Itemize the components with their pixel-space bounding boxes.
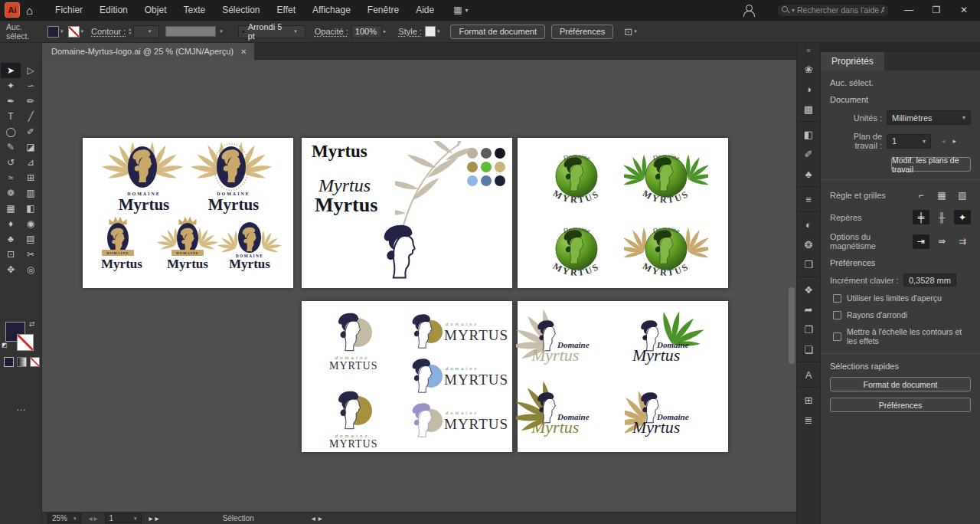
symbol-sprayer-tool[interactable]: ❁ (1, 185, 21, 201)
artboard-1[interactable]: DOMAINE Myrtus DOMAINE Myrtus DOMAINE DO… (83, 138, 293, 288)
artboards-panel-icon[interactable]: ❏ (799, 340, 818, 359)
palette-swatch[interactable] (467, 162, 478, 172)
transparency-panel-icon[interactable]: ◐ (799, 215, 818, 234)
gradient-mode-button[interactable] (17, 357, 27, 367)
symbols-panel-icon[interactable]: ♣ (799, 165, 818, 183)
palette-swatch[interactable] (495, 175, 505, 186)
type-tool[interactable]: T (1, 109, 21, 124)
menu-edition[interactable]: Edition (91, 0, 136, 21)
edit-toolbar-button[interactable]: … (0, 401, 42, 413)
preview-bounds-option[interactable]: Utiliser les limites d'aperçu (833, 293, 971, 303)
preferences-button[interactable]: Préférences (551, 25, 613, 39)
character-panel-icon[interactable]: A (799, 365, 818, 384)
style-swatch[interactable] (425, 26, 436, 37)
next-artboard-icon[interactable]: ▸▸ (149, 514, 162, 522)
stepper-down-icon[interactable]: ▾ (129, 31, 131, 35)
menu-aide[interactable]: Aide (407, 0, 443, 21)
app-icon[interactable]: Ai (5, 2, 20, 18)
corner-radius-option[interactable]: Rayons d'arrondi (833, 310, 971, 319)
checkbox-icon[interactable] (833, 311, 841, 319)
menu-selection[interactable]: Sélection (214, 0, 268, 21)
menu-fenetre[interactable]: Fenêtre (359, 0, 407, 21)
hand-tool[interactable]: ✥ (1, 262, 21, 277)
brushes-panel-icon[interactable]: ✐ (799, 145, 818, 163)
stroke-weight-select[interactable]: ▾ (133, 25, 159, 38)
menu-texte[interactable]: Texte (175, 0, 214, 21)
width-profile-select[interactable] (165, 26, 216, 37)
chevron-down-icon[interactable]: ▾ (81, 28, 84, 34)
account-icon[interactable] (743, 4, 755, 16)
artboard-select[interactable]: 1 ▾ (887, 134, 931, 149)
next-artboard-icon[interactable]: ▸ (953, 137, 965, 145)
appearance-panel-icon[interactable]: ❂ (799, 235, 818, 254)
home-icon[interactable]: ⌂ (26, 4, 33, 17)
snap-grid-icon[interactable]: ⇥ (913, 234, 929, 249)
column-graph-tool[interactable]: ▥ (21, 185, 41, 201)
snap-point-icon[interactable]: ⇛ (933, 234, 950, 249)
palette-swatch[interactable] (481, 175, 492, 186)
restore-button[interactable]: ❐ (928, 5, 945, 15)
blend-tool[interactable]: ◉ (21, 216, 41, 231)
close-button[interactable]: ✕ (956, 5, 972, 15)
palette-swatch[interactable] (467, 148, 478, 159)
eyedropper-tool[interactable]: ♦ (1, 216, 21, 231)
help-search-input[interactable]: ▾ Rechercher dans l'aide Adobe (776, 4, 890, 17)
menu-objet[interactable]: Objet (136, 0, 175, 21)
line-segment-tool[interactable]: ╱ (21, 109, 41, 124)
chevron-down-icon[interactable]: ▾ (60, 28, 64, 34)
zoom-tool[interactable]: ◎ (21, 262, 41, 277)
stroke-weight-label[interactable]: Contour : (91, 27, 126, 36)
layers-panel-icon[interactable]: ❖ (799, 280, 818, 299)
snap-pixel-icon[interactable]: ⇉ (954, 234, 971, 249)
canvas[interactable]: DOMAINE Myrtus DOMAINE Myrtus DOMAINE DO… (43, 60, 796, 524)
document-setup-button[interactable]: Format de document (450, 25, 545, 39)
mesh-tool[interactable]: ▦ (1, 201, 21, 216)
show-guides-icon[interactable]: ╪ (913, 210, 929, 224)
tab-proprietes[interactable]: Propriétés (821, 52, 884, 70)
transform-panel-icon[interactable]: ⊞ (799, 391, 818, 409)
artboard-tool[interactable]: ⊡ (1, 247, 21, 262)
artboard-4[interactable]: domaine MYRTUS domaine MYRTUS domaine MY… (302, 301, 512, 452)
scale-strokes-option[interactable]: Mettre à l'échelle les contours et les e… (833, 327, 971, 346)
stroke-swatch[interactable] (68, 26, 80, 38)
keyboard-increment-field[interactable]: 0,3528 mm (903, 273, 956, 287)
lock-guides-icon[interactable]: ╫ (933, 210, 950, 224)
slice-tool[interactable]: ✂ (21, 247, 41, 262)
rotate-tool[interactable]: ↺ (1, 155, 21, 170)
stroke-panel-icon[interactable]: ≡ (799, 190, 818, 208)
stroke-color-well[interactable] (17, 334, 34, 351)
menu-fichier[interactable]: Fichier (47, 0, 91, 21)
symbol-tool[interactable]: ♣ (1, 231, 21, 247)
align-panel-icon[interactable]: ≣ (799, 411, 818, 429)
brush-definition-select[interactable]: • Arrondi 5 pt ▾ (238, 25, 305, 38)
artboard-navigation-select[interactable]: 1 ▾ (105, 513, 142, 523)
color-mode-button[interactable] (4, 357, 14, 367)
artboard-5[interactable]: Domaine Myrtus Domaine Myrtus Domaine My… (518, 301, 728, 452)
opacity-field[interactable]: 100% (351, 25, 382, 38)
default-fill-stroke-icon[interactable]: ◩ (2, 342, 8, 349)
checkbox-icon[interactable] (833, 332, 841, 341)
isolate-icon[interactable]: ⊡ (624, 26, 632, 38)
zoom-level-select[interactable]: 25% ▾ (47, 513, 81, 523)
chevron-down-icon[interactable]: ▾ (220, 28, 223, 34)
pen-tool[interactable]: ✒ (1, 93, 21, 109)
paintbrush-tool[interactable]: ✐ (21, 124, 41, 139)
selection-tool[interactable]: ➤ (1, 63, 21, 78)
fill-swatch[interactable] (47, 26, 59, 38)
pencil-tool[interactable]: ✎ (1, 139, 21, 155)
color-guide-panel-icon[interactable]: ◑ (799, 80, 818, 98)
tab-close-icon[interactable]: ✕ (240, 47, 247, 56)
chevron-right-icon[interactable]: ▸ (384, 28, 387, 34)
palette-swatch[interactable] (495, 162, 505, 172)
none-mode-button[interactable] (30, 357, 40, 367)
smart-guides-icon[interactable]: ✦ (954, 210, 971, 224)
palette-swatch[interactable] (481, 162, 492, 172)
lasso-tool[interactable]: ∽ (21, 78, 41, 93)
opacity-label[interactable]: Opacité : (315, 27, 348, 36)
quick-document-setup-button[interactable]: Format de document (830, 377, 971, 391)
transparency-grid-icon[interactable]: ▨ (954, 188, 971, 202)
ruler-icon[interactable]: ⌐ (913, 188, 929, 202)
artboard-2[interactable]: Myrtus Myrtus Myrtus (302, 138, 512, 288)
palette-swatch[interactable] (467, 175, 478, 186)
gradient-panel-icon[interactable]: ◧ (799, 125, 818, 143)
